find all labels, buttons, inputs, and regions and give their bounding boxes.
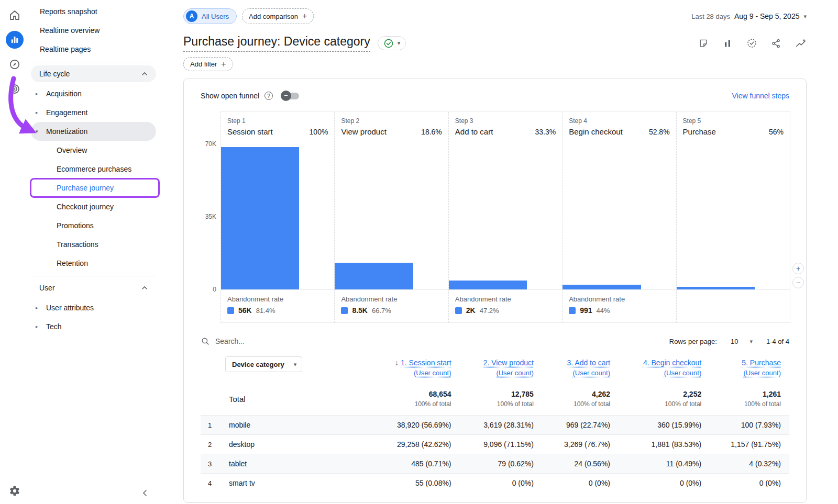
funnel-y-axis: 70K35K0 xyxy=(201,111,220,323)
reports-nav-button[interactable] xyxy=(6,31,24,49)
dimension-select[interactable]: Device category ▾ xyxy=(225,356,302,372)
column-subheader[interactable]: (User count) xyxy=(664,369,702,377)
share-icon xyxy=(771,38,781,49)
view-funnel-steps-link[interactable]: View funnel steps xyxy=(732,92,789,100)
admin-settings-button[interactable] xyxy=(9,485,20,497)
total-cell: 2,252100% of total xyxy=(619,385,710,416)
column-header-link[interactable]: 4. Begin checkout xyxy=(643,359,701,367)
column-header-link[interactable]: 2. View product xyxy=(483,359,534,367)
sidebar-item-reports-snapshot[interactable]: Reports snapshot xyxy=(29,2,162,21)
sidebar-item-retention[interactable]: Retention xyxy=(29,254,162,273)
explore-nav-button[interactable] xyxy=(6,55,24,73)
share-button[interactable] xyxy=(771,38,781,49)
add-comparison-button[interactable]: Add comparison + xyxy=(242,8,314,24)
sidebar-item-engagement[interactable]: ▸ Engagement xyxy=(29,103,162,122)
metric-cell: 1,157 (91.75%) xyxy=(710,435,789,454)
chevron-down-icon: ▾ xyxy=(749,338,753,345)
funnel-bar[interactable] xyxy=(677,287,755,289)
help-icon[interactable]: ? xyxy=(264,92,273,100)
metric-cell: 29,258 (42.62%) xyxy=(383,435,459,454)
metric-cell: 55 (0.08%) xyxy=(383,474,459,493)
step-completion-rate: 18.6% xyxy=(421,128,442,136)
date-range-label: Aug 9 - Sep 5, 2025 xyxy=(734,12,800,20)
show-open-funnel-toggle[interactable]: − xyxy=(282,93,299,99)
column-header-link[interactable]: 5. Purchase xyxy=(742,359,781,367)
sidebar-item-overview[interactable]: Overview xyxy=(29,141,162,160)
show-open-funnel-label: Show open funnel xyxy=(201,92,259,100)
sidebar-item-user-attributes[interactable]: ▸User attributes xyxy=(29,298,162,317)
chart-zoom-controls: + − xyxy=(792,263,804,288)
abandonment-section: Abandonment rate 8.5K 66.7% xyxy=(335,290,448,322)
segment-avatar: A xyxy=(186,10,197,22)
advertising-nav-button[interactable] xyxy=(6,80,24,98)
table-row-mobile[interactable]: 1mobile38,920 (56.69%)3,619 (28.31%)969 … xyxy=(201,416,789,435)
dimension-label: Device category xyxy=(232,361,284,368)
funnel-bar[interactable] xyxy=(221,147,299,289)
data-quality-badge[interactable]: ▾ xyxy=(378,36,406,50)
funnel-step-session-start: Step 1 Session start 100% Abandonment ra… xyxy=(220,112,334,322)
abandonment-rate: 66.7% xyxy=(372,307,391,315)
sidebar-item-acquisition[interactable]: ▸ Acquisition xyxy=(29,84,162,103)
funnel-report-card: Show open funnel ? − View funnel steps 7… xyxy=(183,79,807,503)
sidebar-item-purchase-journey[interactable]: Purchase journey xyxy=(29,178,162,197)
sidebar-item-tech[interactable]: ▸Tech xyxy=(29,317,162,336)
column-subheader[interactable]: (User count) xyxy=(414,369,451,377)
column-header-link[interactable]: 1. Session start xyxy=(401,359,451,367)
monetization-children: OverviewEcommerce purchasesPurchase jour… xyxy=(29,141,162,273)
chevron-down-icon: ▾ xyxy=(398,40,401,47)
step-header: Step 4 Begin checkout 52.8% xyxy=(563,112,676,144)
status-check-button[interactable] xyxy=(746,38,757,49)
y-axis-tick: 70K xyxy=(205,140,216,148)
column-header-link[interactable]: 3. Add to cart xyxy=(567,359,611,367)
compare-reports-button[interactable] xyxy=(722,38,733,49)
insights-button[interactable] xyxy=(795,38,807,49)
date-range-picker[interactable]: Last 28 days Aug 9 - Sep 5, 2025 ▾ xyxy=(691,12,807,20)
date-preset-label: Last 28 days xyxy=(691,13,730,20)
step-header: Step 5 Purchase 56% xyxy=(677,112,790,144)
column-header-1-session-start: ↓1. Session start (User count) xyxy=(383,353,459,385)
step-completion-rate: 56% xyxy=(769,128,784,136)
abandonment-section: Abandonment rate 56K 81.4% xyxy=(221,290,334,322)
gear-icon xyxy=(9,485,20,497)
sidebar-item-transactions[interactable]: Transactions xyxy=(29,235,162,254)
sidebar-item-monetization[interactable]: ▾ Monetization xyxy=(31,122,156,141)
home-button[interactable] xyxy=(6,6,24,24)
column-subheader[interactable]: (User count) xyxy=(743,369,781,377)
abandonment-rate: 47.2% xyxy=(480,307,499,315)
lifecycle-section-header[interactable]: Life cycle xyxy=(31,65,156,82)
notes-button[interactable] xyxy=(698,38,709,49)
sidebar-item-promotions[interactable]: Promotions xyxy=(29,216,162,235)
sidebar-item-realtime-pages[interactable]: Realtime pages xyxy=(29,40,162,59)
table-header-row: Device category ▾ ↓1. Session start (Use… xyxy=(201,353,789,385)
user-section-header[interactable]: User xyxy=(31,279,156,296)
funnel-bar[interactable] xyxy=(335,263,413,289)
column-subheader[interactable]: (User count) xyxy=(572,369,610,377)
add-filter-button[interactable]: Add filter + xyxy=(183,57,233,71)
legend-square-icon xyxy=(341,307,348,314)
funnel-bar[interactable] xyxy=(563,285,641,289)
add-comparison-label: Add comparison xyxy=(249,13,298,20)
table-row-tablet[interactable]: 3tablet485 (0.71%)79 (0.62%)24 (0.56%)11… xyxy=(201,454,789,474)
column-header-5-purchase: 5. Purchase (User count) xyxy=(710,353,789,385)
abandonment-count: 56K xyxy=(238,306,252,315)
plus-icon: + xyxy=(302,12,307,20)
device-category-value: smart tv xyxy=(229,479,255,487)
abandonment-count: 2K xyxy=(466,306,476,315)
all-users-segment-chip[interactable]: A All Users xyxy=(183,8,237,24)
rows-per-page-select[interactable]: 10 ▾ xyxy=(731,338,753,345)
funnel-bar[interactable] xyxy=(449,281,527,289)
insights-icon xyxy=(795,38,807,49)
table-row-smart-tv[interactable]: 4smart tv55 (0.08%)0 (0%)0 (0%)0 (0%)0 (… xyxy=(201,474,789,493)
step-number-label: Step 3 xyxy=(455,117,556,125)
sidebar-divider xyxy=(31,276,155,276)
zoom-in-icon[interactable]: + xyxy=(792,263,804,274)
zoom-out-icon[interactable]: − xyxy=(792,277,804,288)
sidebar-item-ecommerce-purchases[interactable]: Ecommerce purchases xyxy=(29,160,162,178)
table-row-desktop[interactable]: 2desktop29,258 (42.62%)9,096 (71.15%)3,2… xyxy=(201,435,789,454)
sidebar-item-checkout-journey[interactable]: Checkout journey xyxy=(29,197,162,216)
filter-row: Add filter + xyxy=(183,57,807,71)
collapse-sidebar-button[interactable] xyxy=(141,489,149,499)
sidebar-item-realtime-overview[interactable]: Realtime overview xyxy=(29,21,162,40)
search-input[interactable] xyxy=(215,337,372,345)
column-subheader[interactable]: (User count) xyxy=(496,369,534,377)
